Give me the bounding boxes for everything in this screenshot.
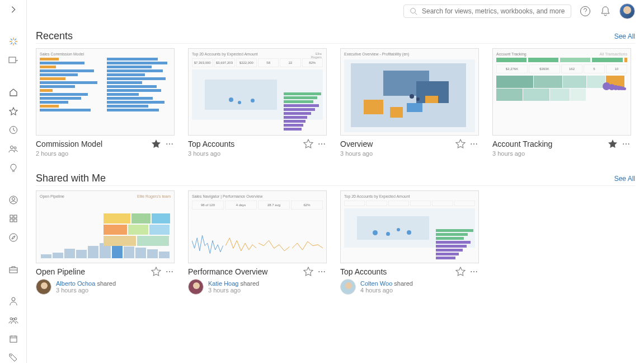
favorite-star-icon[interactable]: [608, 139, 618, 149]
favorite-star-icon[interactable]: [455, 267, 466, 277]
svg-rect-6: [10, 215, 13, 218]
shared-name-link[interactable]: Colten Woo: [360, 280, 392, 287]
tag-icon[interactable]: [7, 353, 20, 363]
favorite-star-icon[interactable]: [303, 139, 313, 149]
svg-rect-8: [10, 219, 13, 222]
shared-title: Shared with Me: [36, 173, 106, 184]
favorite-star-icon[interactable]: [455, 139, 466, 149]
window-dropdown-icon[interactable]: [7, 55, 20, 66]
svg-point-5: [12, 197, 15, 200]
more-icon[interactable]: ⋯: [318, 139, 327, 148]
card-thumbnail[interactable]: Executive Overview - Profitability (en): [340, 48, 479, 136]
card-performance-overview: Sales Navigator | Performance Overview 9…: [188, 190, 327, 295]
shared-name-link[interactable]: Alberto Ochoa: [56, 280, 95, 287]
card-timestamp: 3 hours ago: [56, 287, 116, 294]
svg-point-10: [10, 234, 17, 241]
card-timestamp: 3 hours ago: [492, 150, 631, 157]
shared-cards: Open Pipeline Ellie Rogers's team Open P…: [36, 190, 635, 295]
search-input[interactable]: [422, 7, 565, 15]
bell-icon[interactable]: [599, 5, 612, 17]
svg-rect-9: [14, 219, 17, 222]
card-title[interactable]: Open Pipeline: [36, 267, 85, 276]
more-icon[interactable]: ⋯: [166, 139, 175, 148]
svg-point-12: [12, 297, 15, 301]
more-icon[interactable]: ⋯: [318, 267, 327, 276]
favorite-star-icon[interactable]: [151, 139, 161, 149]
card-title[interactable]: Performance Overview: [188, 267, 267, 276]
card-thumbnail[interactable]: Account Tracking All Transactions $2,276…: [492, 48, 631, 136]
card-title[interactable]: Top Accounts: [188, 139, 234, 148]
svg-point-14: [15, 318, 17, 320]
card-timestamp: 2 hours ago: [36, 150, 175, 157]
svg-rect-0: [9, 57, 16, 63]
card-title[interactable]: Account Tracking: [492, 139, 552, 148]
recents-title: Recents: [36, 30, 73, 42]
user-circle-icon[interactable]: [7, 195, 20, 205]
shared-avatar[interactable]: [340, 279, 356, 295]
card-open-pipeline: Open Pipeline Ellie Rogers's team Open P…: [36, 190, 175, 295]
left-rail: [0, 0, 27, 363]
more-icon[interactable]: ⋯: [470, 139, 479, 148]
briefcase-icon[interactable]: [7, 264, 20, 274]
card-thumbnail[interactable]: Top 20 Accounts by Expected Amount: [340, 190, 479, 263]
home-icon[interactable]: [7, 87, 20, 97]
card-thumbnail[interactable]: Top 20 Accounts by Expected Amount Ellie…: [188, 48, 327, 136]
svg-rect-16: [10, 336, 17, 342]
card-commission-model: Sales Commission Model Commission Model: [36, 48, 175, 157]
card-title[interactable]: Overview: [340, 139, 373, 148]
recents-cards: Sales Commission Model Commission Model: [36, 48, 635, 157]
person-icon[interactable]: [7, 296, 20, 306]
shared-avatar[interactable]: [188, 279, 204, 295]
favorite-star-icon[interactable]: [151, 267, 161, 277]
sparkle-logo-icon[interactable]: [7, 36, 20, 46]
card-top-accounts-shared: Top 20 Accounts by Expected Amount Top: [340, 190, 479, 295]
shared-see-all-link[interactable]: See All: [614, 175, 635, 183]
favorite-star-icon[interactable]: [303, 267, 313, 277]
card-timestamp: 3 hours ago: [340, 150, 479, 157]
card-account-tracking: Account Tracking All Transactions $2,276…: [492, 48, 631, 157]
svg-point-2: [10, 146, 13, 148]
users-icon[interactable]: [7, 144, 20, 154]
card-thumbnail[interactable]: Open Pipeline Ellie Rogers's team: [36, 190, 175, 263]
shared-avatar[interactable]: [36, 279, 51, 295]
svg-rect-7: [14, 215, 17, 218]
lightbulb-icon[interactable]: [7, 163, 20, 173]
search-icon: [410, 7, 417, 15]
clock-icon[interactable]: [7, 125, 20, 135]
svg-point-13: [10, 318, 12, 320]
recents-see-all-link[interactable]: See All: [614, 32, 635, 40]
card-title[interactable]: Top Accounts: [340, 267, 387, 276]
profile-avatar[interactable]: [619, 3, 635, 19]
shared-header: Shared with Me See All: [36, 173, 635, 186]
card-overview: Executive Overview - Profitability (en): [340, 48, 479, 157]
svg-point-18: [411, 8, 416, 13]
card-top-accounts: Top 20 Accounts by Expected Amount Ellie…: [188, 48, 327, 157]
search-box[interactable]: [403, 4, 571, 18]
card-thumbnail[interactable]: Sales Navigator | Performance Overview 9…: [188, 190, 327, 263]
chevron-right-icon[interactable]: [7, 4, 20, 15]
card-title[interactable]: Commission Model: [36, 139, 102, 148]
card-timestamp: 3 hours ago: [208, 287, 259, 294]
svg-point-3: [14, 147, 16, 149]
card-timestamp: 3 hours ago: [188, 150, 327, 157]
content-area: Recents See All Sales Commission Model: [27, 22, 644, 363]
shared-name-link[interactable]: Katie Hoag: [208, 280, 238, 287]
svg-point-17: [11, 355, 12, 356]
more-icon[interactable]: ⋯: [470, 267, 479, 276]
more-icon[interactable]: ⋯: [622, 139, 631, 148]
recents-header: Recents See All: [36, 30, 635, 44]
group-icon[interactable]: [7, 315, 20, 325]
main-pane: Recents See All Sales Commission Model: [27, 0, 644, 363]
svg-point-15: [12, 318, 15, 320]
grid-icon[interactable]: [7, 213, 20, 224]
calendar-icon[interactable]: [7, 334, 20, 345]
card-timestamp: 4 hours ago: [360, 287, 413, 294]
top-bar: [27, 0, 644, 22]
more-icon[interactable]: ⋯: [166, 267, 175, 276]
star-icon[interactable]: [7, 106, 20, 117]
compass-icon[interactable]: [7, 232, 20, 243]
card-thumbnail[interactable]: Sales Commission Model: [36, 48, 175, 136]
help-icon[interactable]: [579, 5, 591, 17]
